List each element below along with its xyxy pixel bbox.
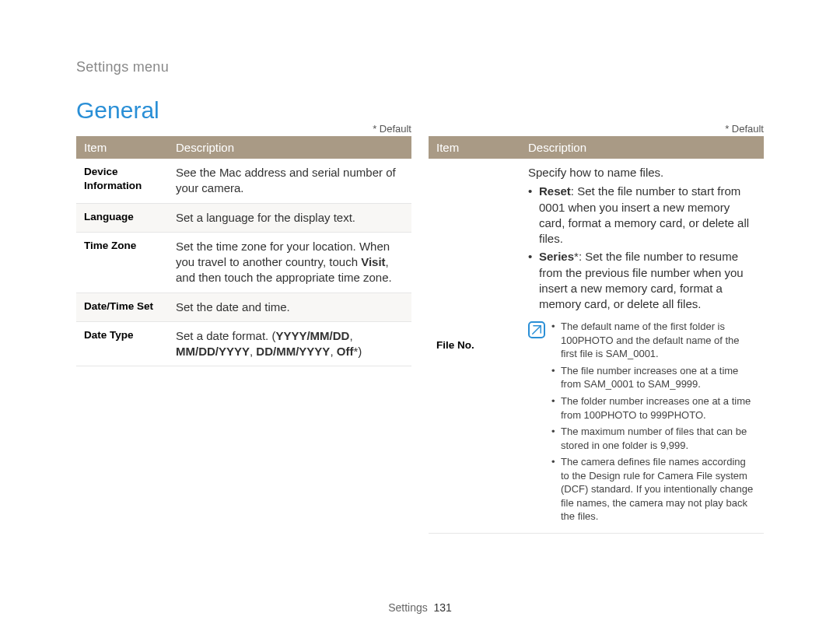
- table-row: Device Information See the Mac address a…: [76, 159, 411, 203]
- bullet-label: Series: [539, 250, 574, 263]
- desc-cell: Set a date format. (YYYY/MM/DD, MM/DD/YY…: [168, 321, 411, 366]
- table-row: File No. Specify how to name files. Rese…: [429, 159, 764, 533]
- item-cell: Time Zone: [76, 232, 168, 292]
- item-cell: Date Type: [76, 321, 168, 366]
- desc-bold: Off: [337, 345, 354, 358]
- item-cell: File No.: [429, 159, 520, 533]
- page-title: General: [76, 97, 159, 124]
- th-item: Item: [76, 136, 168, 159]
- right-column: * Default Item Description File No. Spec…: [429, 123, 764, 534]
- desc-text: Set the time zone for your location. Whe…: [176, 240, 390, 268]
- page-footer: Settings 131: [0, 601, 840, 614]
- desc-bold: MM/DD/YYYY: [176, 345, 250, 358]
- bullet-list: Reset: Set the file number to start from…: [528, 184, 756, 312]
- note-item: The folder number increases one at a tim…: [551, 394, 756, 422]
- table-row: Date Type Set a date format. (YYYY/MM/DD…: [76, 321, 411, 366]
- default-marker-left: * Default: [76, 123, 411, 135]
- desc-bold: Visit: [361, 255, 385, 268]
- th-description: Description: [168, 136, 411, 159]
- desc-cell: Specify how to name files. Reset: Set th…: [520, 159, 764, 533]
- footer-page-number: 131: [434, 601, 452, 614]
- bullet-text: : Set the file number to start from 0001…: [539, 184, 749, 245]
- note-item: The file number increases one at a time …: [551, 364, 756, 391]
- left-table: Item Description Device Information See …: [76, 136, 411, 366]
- desc-cell: Set a language for the display text.: [168, 203, 411, 232]
- item-cell: Language: [76, 203, 168, 232]
- breadcrumb: Settings menu: [76, 59, 169, 75]
- footer-section: Settings: [388, 601, 428, 614]
- note-icon: [528, 321, 545, 338]
- desc-text: ,: [330, 345, 336, 358]
- note-item: The default name of the first folder is …: [551, 320, 756, 361]
- desc-bold: YYYY/MM/DD: [275, 329, 349, 342]
- desc-text: *): [353, 345, 362, 358]
- note-block: The default name of the first folder is …: [528, 320, 756, 527]
- bullet-item: Reset: Set the file number to start from…: [528, 184, 756, 247]
- manual-page: Settings menu General * Default Item Des…: [0, 0, 840, 634]
- note-item: The maximum number of files that can be …: [551, 425, 756, 452]
- left-column: * Default Item Description Device Inform…: [76, 123, 411, 534]
- item-cell: Date/Time Set: [76, 292, 168, 321]
- right-table: Item Description File No. Specify how to…: [429, 136, 764, 534]
- table-row: Time Zone Set the time zone for your loc…: [76, 232, 411, 292]
- desc-text: Set a date format. (: [176, 329, 275, 342]
- bullet-item: Series*: Set the file number to resume f…: [528, 249, 756, 312]
- th-description: Description: [520, 136, 764, 159]
- content-columns: * Default Item Description Device Inform…: [76, 123, 764, 534]
- desc-text: ,: [349, 329, 352, 342]
- table-row: Date/Time Set Set the date and time.: [76, 292, 411, 321]
- desc-bold: DD/MM/YYYY: [256, 345, 330, 358]
- default-marker-right: * Default: [429, 123, 764, 135]
- item-cell: Device Information: [76, 159, 168, 203]
- desc-cell: See the Mac address and serial number of…: [168, 159, 411, 203]
- note-item: The camera defines file names according …: [551, 455, 756, 524]
- note-list: The default name of the first folder is …: [551, 320, 756, 527]
- desc-cell: Set the time zone for your location. Whe…: [168, 232, 411, 292]
- desc-intro: Specify how to name files.: [528, 165, 756, 180]
- bullet-label: Reset: [539, 184, 571, 198]
- th-item: Item: [429, 136, 520, 159]
- desc-cell: Set the date and time.: [168, 292, 411, 321]
- table-row: Language Set a language for the display …: [76, 203, 411, 232]
